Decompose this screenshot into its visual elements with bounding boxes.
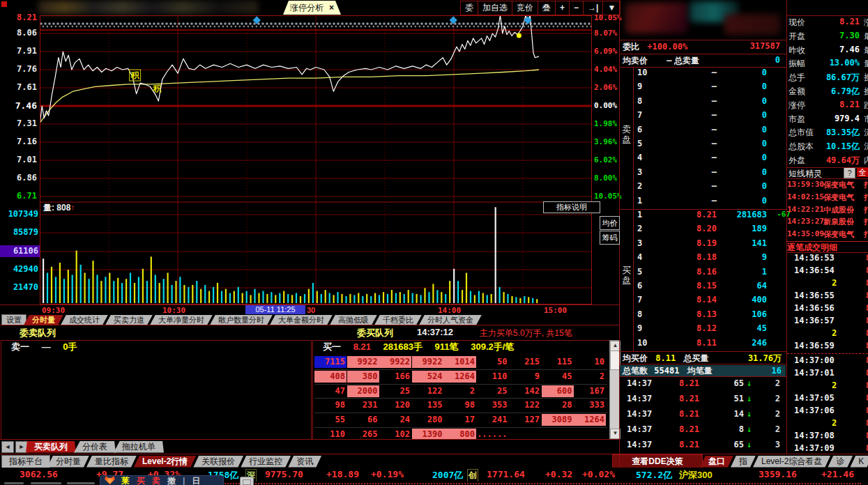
timeshare-chart[interactable]: 积积 bbox=[40, 15, 592, 305]
bottom-nav-tab-5[interactable]: 资讯 bbox=[288, 456, 321, 468]
ask-row-8[interactable]: 8—0 bbox=[633, 96, 786, 110]
queue-grid-cell[interactable]: 24 bbox=[379, 414, 411, 426]
queue-grid-cell[interactable]: 2 bbox=[574, 371, 606, 383]
ask-row-1[interactable]: 1—0 bbox=[633, 196, 786, 210]
queue-grid-cell[interactable]: 25 bbox=[477, 385, 509, 397]
status-item-13[interactable]: 572.2亿 bbox=[636, 469, 672, 482]
status-item-14[interactable]: 沪深300 bbox=[679, 469, 713, 482]
status-item-8[interactable]: 2007亿 bbox=[432, 469, 463, 482]
queue-grid-cell[interactable]: 110 bbox=[314, 429, 347, 440]
nav-platform-button[interactable]: 指标平台 bbox=[1, 455, 50, 468]
float-misc-button[interactable]: 日 bbox=[192, 476, 200, 485]
ask-row-4[interactable]: 4—0 bbox=[633, 153, 786, 167]
toolbar-icon-button-1[interactable]: − bbox=[569, 1, 583, 15]
indicator-tab-1[interactable]: 成交统计 bbox=[61, 315, 108, 325]
queue-tab-0[interactable]: 买卖队列 bbox=[26, 441, 76, 453]
floating-trade-toolbar[interactable]: 莱 买 卖 撤 | 日 bbox=[100, 475, 224, 485]
alert-row[interactable]: 14:35:09保变电气打 bbox=[787, 229, 868, 242]
queue-grid-cell[interactable]: 110 bbox=[477, 371, 509, 383]
queue-grid-cell[interactable]: 7115 bbox=[314, 356, 347, 368]
queue-grid-cell[interactable]: 9922 bbox=[412, 356, 444, 368]
queue-grid-cell[interactable]: 2 bbox=[444, 385, 476, 397]
indicator-help-button[interactable]: 指标说明 bbox=[543, 201, 600, 213]
queue-grid-cell[interactable]: 1264 bbox=[444, 371, 476, 383]
queue-grid-cell[interactable]: 135 bbox=[412, 399, 444, 411]
chart-side-button-1[interactable]: 筹码 bbox=[600, 231, 620, 245]
queue-grid-cell[interactable]: 17 bbox=[444, 414, 476, 426]
ask-row-7[interactable]: 7—0 bbox=[633, 110, 786, 124]
status-item-0[interactable]: 3062.56 bbox=[20, 469, 58, 479]
status-item-9[interactable]: 创 bbox=[467, 469, 478, 482]
indicator-tab-0[interactable]: 分时量 bbox=[24, 315, 63, 325]
queue-grid-cell[interactable]: 66 bbox=[347, 414, 379, 426]
queue-grid-cell[interactable]: 120 bbox=[379, 399, 411, 411]
queue-grid-cell[interactable]: 265 bbox=[347, 429, 379, 440]
status-item-6[interactable]: +18.89 bbox=[326, 469, 359, 479]
status-item-10[interactable]: 1771.64 bbox=[487, 469, 525, 479]
queue-grid-cell[interactable]: 9922 bbox=[347, 356, 379, 368]
indicator-tab-5[interactable]: 大单金额分时 bbox=[270, 315, 333, 325]
tab-limit-up-analysis[interactable]: 涨停分析× bbox=[283, 1, 341, 15]
float-buy-button[interactable]: 买 bbox=[137, 476, 145, 485]
queue-grid-cell[interactable]: 380 bbox=[347, 371, 379, 383]
right-nav-tab-4[interactable]: K bbox=[850, 456, 868, 468]
queue-grid-cell[interactable]: 98 bbox=[314, 399, 347, 411]
queue-grid-cell[interactable]: 333 bbox=[574, 399, 606, 411]
ask-row-10[interactable]: 10—0 bbox=[633, 68, 786, 82]
queue-grid-cell[interactable]: 1014 bbox=[444, 356, 476, 368]
status-item-5[interactable]: 9775.70 bbox=[265, 469, 303, 479]
alert-row[interactable]: 14:02:15保变电气打 bbox=[787, 192, 868, 205]
queue-grid-cell[interactable]: 215 bbox=[509, 356, 541, 368]
right-nav-tab-3[interactable]: 诊 bbox=[828, 456, 853, 468]
ask-row-5[interactable]: 5—0 bbox=[633, 139, 786, 153]
queue-grid-cell[interactable]: 122 bbox=[412, 385, 444, 397]
ask-row-3[interactable]: 3—0 bbox=[633, 167, 786, 181]
tabs-scroll-left-icon[interactable]: ◄ bbox=[1, 441, 14, 453]
chart-side-button-0[interactable]: 均价 bbox=[600, 216, 620, 230]
ask-row-2[interactable]: 2—0 bbox=[633, 181, 786, 195]
dde-decision-button[interactable]: 查看DDE决策 bbox=[612, 454, 703, 469]
toolbar-icon-button-0[interactable]: + bbox=[555, 1, 569, 15]
bid-row-1[interactable]: 18.21281683-67 bbox=[633, 210, 786, 224]
indicator-tab-3[interactable]: 大单净量分时 bbox=[150, 315, 213, 325]
queue-grid-cell[interactable]: 2000 bbox=[347, 385, 379, 397]
queue-grid-cell[interactable]: 3089 bbox=[542, 414, 574, 426]
alert-row[interactable]: 14:22:21中成股份打 bbox=[787, 205, 868, 217]
float-cancel-button[interactable]: 撤 bbox=[167, 476, 176, 485]
alerts-all-button[interactable]: 全 bbox=[857, 167, 868, 177]
queue-grid-cell[interactable]: 102 bbox=[379, 429, 411, 440]
queue-grid-cell[interactable]: 25 bbox=[379, 385, 411, 397]
queue-grid-cell[interactable]: 98 bbox=[444, 399, 476, 411]
bid-row-8[interactable]: 88.13106 bbox=[633, 309, 786, 323]
settings-button[interactable]: 设置 bbox=[1, 314, 26, 325]
toolbar-button-2[interactable]: 竞价 bbox=[512, 1, 538, 15]
alerts-help-button[interactable]: ? bbox=[844, 167, 855, 178]
tab-close-icon[interactable]: × bbox=[329, 3, 334, 13]
toolbar-button-1[interactable]: 加自选 bbox=[478, 1, 512, 15]
queue-grid-cell[interactable]: 10 bbox=[574, 356, 606, 368]
queue-grid-cell[interactable]: 167 bbox=[574, 385, 606, 397]
bid-row-3[interactable]: 38.19141 bbox=[633, 238, 786, 252]
bid-row-10[interactable]: 108.11246 bbox=[633, 338, 786, 352]
queue-grid-cell[interactable]: 280 bbox=[412, 414, 444, 426]
queue-grid-cell[interactable]: 408 bbox=[314, 371, 347, 383]
bid-row-2[interactable]: 28.20189 bbox=[633, 224, 786, 238]
queue-grid-cell[interactable]: 127 bbox=[509, 414, 541, 426]
toolbar-button-3[interactable]: 叠 bbox=[538, 1, 555, 15]
ask-row-9[interactable]: 9—0 bbox=[633, 82, 786, 95]
queue-tab-1[interactable]: 分价表 bbox=[74, 441, 116, 453]
queue-grid-cell[interactable]: 45 bbox=[542, 371, 574, 383]
queue-grid-cell[interactable]: 524 bbox=[412, 371, 444, 383]
indicator-tab-2[interactable]: 买卖力道 bbox=[105, 315, 153, 325]
queue-grid-cell[interactable]: 166 bbox=[379, 371, 411, 383]
queue-grid-cell[interactable]: 800 bbox=[444, 429, 476, 440]
queue-grid-cell[interactable]: 142 bbox=[509, 385, 541, 397]
right-nav-tab-0[interactable]: 盘口 bbox=[700, 456, 733, 468]
status-item-7[interactable]: +0.19% bbox=[371, 469, 404, 479]
indicator-tab-4[interactable]: 散户数量分时 bbox=[210, 315, 273, 325]
queue-tab-2[interactable]: 拖拉机单 bbox=[114, 441, 164, 453]
status-item-16[interactable]: +21.46 bbox=[821, 469, 854, 479]
alert-row[interactable]: 13:59:30保变电气打 bbox=[787, 180, 868, 192]
status-item-11[interactable]: +0.32 bbox=[545, 469, 572, 479]
bid-row-7[interactable]: 78.14400 bbox=[633, 295, 786, 309]
